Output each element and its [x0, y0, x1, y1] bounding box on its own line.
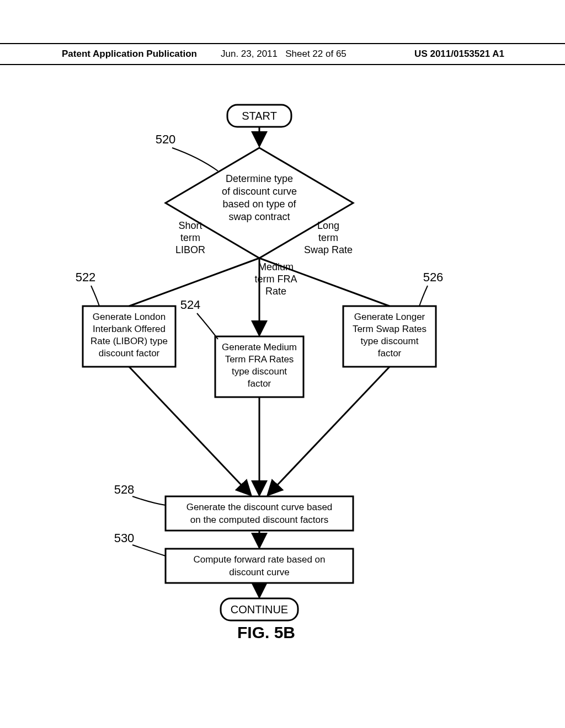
dec-l1: Determine type: [226, 173, 293, 184]
b526-l4: factor: [378, 348, 402, 358]
bm-l1: Medium: [258, 261, 294, 272]
start-label: START: [242, 110, 277, 122]
br-l3: Swap Rate: [304, 244, 353, 255]
b524-l3: type discount: [232, 366, 287, 377]
bl-l3: LIBOR: [175, 244, 205, 255]
b528-l2: on the computed discount factors: [190, 515, 328, 525]
dec-l2: of discount curve: [222, 186, 297, 197]
figure-label: FIG. 5B: [237, 623, 295, 642]
b522-l2: Interbank Offered: [93, 324, 166, 334]
ref-530: 530: [114, 531, 135, 545]
b526-l1: Generate Longer: [354, 312, 425, 322]
dec-l4: swap contract: [228, 211, 290, 222]
b522-l3: Rate (LIBOR) type: [90, 336, 168, 346]
b522-l4: discount factor: [99, 348, 160, 358]
b524-l2: Term FRA Rates: [225, 354, 294, 365]
b528-l1: Generate the discount curve based: [186, 502, 333, 512]
svg-line-4: [129, 367, 251, 495]
b526-l3: type discoumt: [361, 336, 419, 346]
flowchart: START Determine type of discount curve b…: [0, 0, 565, 728]
bl-l1: Short: [178, 220, 202, 231]
patent-page: Patent Application Publication Jun. 23, …: [0, 0, 565, 728]
b530-l1: Compute forward rate based on: [193, 554, 325, 565]
svg-line-6: [268, 367, 390, 495]
bm-l3: Rate: [265, 286, 286, 297]
continue-label: CONTINUE: [231, 603, 288, 615]
ref-528: 528: [114, 483, 135, 496]
bm-l2: term FRA: [254, 274, 297, 285]
b524-l1: Generate Medium: [222, 342, 297, 352]
ref-522: 522: [76, 270, 96, 284]
br-l2: term: [318, 232, 338, 243]
b524-l4: factor: [248, 378, 271, 389]
ref-526: 526: [423, 270, 444, 284]
b530-l2: discount curve: [229, 567, 290, 577]
dec-l3: based on type of: [222, 199, 296, 210]
b526-l2: Term Swap Rates: [353, 324, 427, 334]
br-l1: Long: [317, 220, 339, 231]
bl-l2: term: [180, 232, 200, 243]
ref-524: 524: [180, 298, 201, 312]
b522-l1: Generate London: [93, 312, 166, 322]
ref-520: 520: [156, 132, 176, 146]
